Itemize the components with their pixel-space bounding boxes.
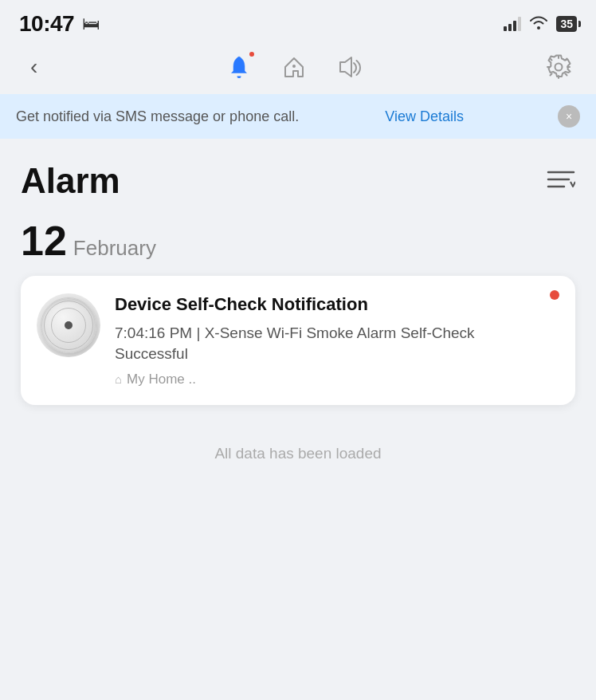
wifi-icon (529, 15, 548, 33)
svg-point-2 (555, 64, 562, 71)
nav-icons (225, 53, 364, 81)
filter-button[interactable] (547, 167, 575, 195)
notification-card[interactable]: Device Self-Check Notification 7:04:16 P… (21, 276, 575, 405)
bell-icon (225, 53, 253, 81)
card-time: 7:04:16 PM | X-Sense Wi-Fi Smoke Alarm S… (115, 323, 543, 365)
card-title: Device Self-Check Notification (115, 293, 543, 317)
signal-bar-3 (513, 21, 516, 31)
card-content: Device Self-Check Notification 7:04:16 P… (115, 293, 559, 387)
detector-ring-mid (51, 308, 86, 343)
nav-bar: ‹ (0, 43, 596, 94)
view-details-link[interactable]: View Details (385, 108, 464, 125)
all-data-loaded-text: All data has been loaded (21, 429, 575, 486)
banner-text: Get notified via SMS message or phone ca… (16, 108, 299, 125)
home-icon (281, 54, 307, 80)
status-bar: 10:47 🛏 35 (0, 0, 596, 43)
main-content: Alarm 12 February D (0, 139, 596, 502)
signal-bar-4 (518, 17, 521, 31)
date-display: 12 February (21, 220, 575, 262)
svg-point-0 (292, 65, 296, 68)
unread-dot (550, 290, 559, 300)
signal-bar-2 (508, 24, 512, 31)
status-icons: 35 (504, 15, 577, 33)
battery-indicator: 35 (556, 16, 577, 32)
notification-dot (248, 50, 256, 58)
bed-icon: 🛏 (82, 14, 100, 34)
home-nav-button[interactable] (281, 54, 307, 80)
home-small-icon: ⌂ (115, 372, 122, 386)
gear-icon (545, 53, 572, 81)
device-thumbnail (37, 293, 100, 357)
settings-nav-button[interactable] (545, 53, 572, 81)
svg-marker-1 (340, 57, 351, 77)
signal-icon (504, 17, 521, 31)
smoke-detector-image (41, 297, 96, 353)
battery-level: 35 (560, 18, 573, 30)
speaker-nav-button[interactable] (335, 54, 364, 80)
date-day: 12 (21, 220, 67, 262)
page-title: Alarm (21, 161, 120, 201)
banner-close-button[interactable]: × (558, 105, 580, 128)
bell-nav-button[interactable] (225, 53, 253, 81)
speaker-icon (335, 54, 364, 80)
filter-list-icon (547, 167, 575, 191)
status-time: 10:47 (19, 11, 74, 37)
date-section: 12 February (21, 220, 575, 262)
page-header: Alarm (21, 161, 575, 201)
date-month: February (73, 236, 156, 261)
signal-bar-1 (504, 26, 507, 31)
card-location: ⌂ My Home .. (115, 372, 543, 387)
sms-banner: Get notified via SMS message or phone ca… (0, 94, 596, 139)
location-text: My Home .. (127, 372, 196, 387)
back-button[interactable]: ‹ (24, 51, 44, 83)
